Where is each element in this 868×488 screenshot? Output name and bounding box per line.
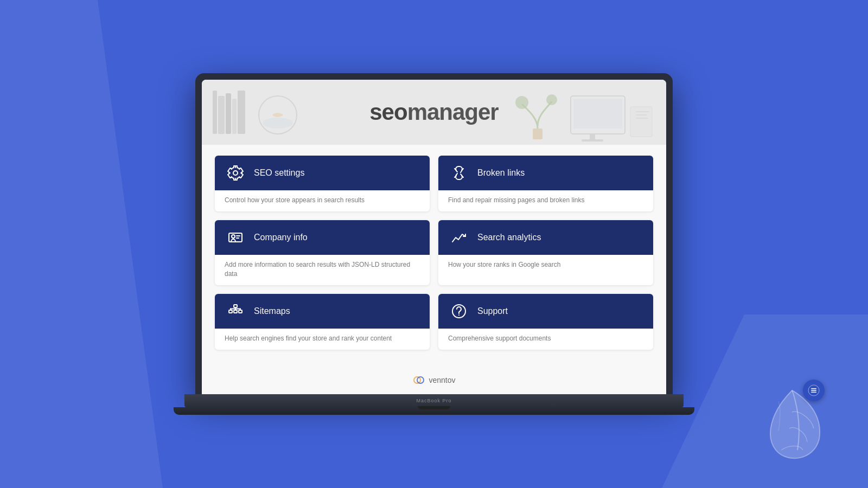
card-seo-settings[interactable]: SEO settings Control how your store appe… <box>215 156 430 211</box>
card-body-company-info: Add more information to search results w… <box>215 255 430 285</box>
list-icon <box>808 384 820 396</box>
card-body-broken-links: Find and repair missing pages and broken… <box>438 190 653 211</box>
svg-rect-3 <box>232 99 237 134</box>
question-icon <box>448 300 470 322</box>
svg-rect-2 <box>226 93 231 134</box>
card-title-support: Support <box>477 306 508 316</box>
svg-point-24 <box>232 235 235 238</box>
laptop-base: MacBook Pro <box>184 394 684 407</box>
card-search-analytics[interactable]: Search analytics How your store ranks in… <box>438 220 653 285</box>
app-title: seomanager <box>369 99 498 125</box>
card-body-sitemaps: Help search engines find your store and … <box>215 329 430 350</box>
link-broken-icon <box>448 162 470 184</box>
card-support[interactable]: Support Comprehensive support documents <box>438 294 653 350</box>
card-desc-company-info: Add more information to search results w… <box>225 260 420 279</box>
svg-rect-43 <box>811 390 816 391</box>
svg-rect-9 <box>590 134 595 139</box>
sitemap-icon <box>225 300 246 322</box>
floating-action-button[interactable] <box>803 380 825 401</box>
svg-rect-1 <box>218 96 225 134</box>
card-desc-broken-links: Find and repair missing pages and broken… <box>448 196 643 205</box>
svg-point-18 <box>233 171 238 175</box>
card-broken-links[interactable]: Broken links Find and repair missing pag… <box>438 156 653 211</box>
svg-point-17 <box>546 94 557 105</box>
svg-rect-8 <box>573 99 622 129</box>
card-title-company-info: Company info <box>254 233 308 242</box>
venntov-logo-icon <box>412 374 425 387</box>
brand-name: venntov <box>429 376 455 384</box>
laptop-screen: seomanager <box>202 80 666 394</box>
card-header-seo-settings: SEO settings <box>215 156 430 190</box>
brand-logo: venntov <box>412 374 455 387</box>
svg-rect-4 <box>238 91 245 134</box>
laptop-model-label: MacBook Pro <box>416 398 451 403</box>
app-footer: venntov <box>202 366 666 394</box>
card-header-search-analytics: Search analytics <box>438 220 653 255</box>
card-desc-sitemaps: Help search engines find your store and … <box>225 334 420 343</box>
svg-rect-10 <box>582 139 603 142</box>
card-desc-seo-settings: Control how your store appears in search… <box>225 196 420 205</box>
card-desc-search-analytics: How your store ranks in Google search <box>448 260 643 269</box>
app-content: SEO settings Control how your store appe… <box>202 145 666 365</box>
svg-rect-42 <box>811 388 816 389</box>
card-sitemaps[interactable]: Sitemaps Help search engines find your s… <box>215 294 430 350</box>
card-header-support: Support <box>438 294 653 329</box>
card-company-info[interactable]: Company info Add more information to sea… <box>215 220 430 285</box>
card-header-company-info: Company info <box>215 220 430 255</box>
svg-point-6 <box>263 118 293 129</box>
svg-rect-12 <box>636 111 649 112</box>
svg-point-16 <box>515 96 528 109</box>
laptop-screen-bezel: seomanager <box>195 73 673 394</box>
svg-rect-44 <box>811 392 816 393</box>
card-title-broken-links: Broken links <box>477 168 525 178</box>
svg-rect-14 <box>636 118 648 119</box>
app-header: seomanager <box>202 80 666 145</box>
chart-trending-icon <box>448 227 470 248</box>
cards-grid: SEO settings Control how your store appe… <box>215 156 653 349</box>
card-title-seo-settings: SEO settings <box>254 168 304 178</box>
svg-rect-0 <box>213 91 217 134</box>
svg-rect-13 <box>636 114 647 115</box>
gear-icon <box>225 162 246 184</box>
svg-rect-15 <box>533 129 542 139</box>
card-body-seo-settings: Control how your store appears in search… <box>215 190 430 211</box>
card-header-sitemaps: Sitemaps <box>215 294 430 329</box>
card-desc-support: Comprehensive support documents <box>448 334 643 343</box>
id-card-icon <box>225 227 246 248</box>
card-title-sitemaps: Sitemaps <box>254 306 290 316</box>
laptop-device: seomanager <box>184 73 684 414</box>
card-body-search-analytics: How your store ranks in Google search <box>438 255 653 276</box>
laptop-notch <box>418 406 450 409</box>
svg-point-38 <box>458 314 459 316</box>
background-shape-left <box>0 0 163 488</box>
card-body-support: Comprehensive support documents <box>438 329 653 350</box>
card-header-broken-links: Broken links <box>438 156 653 190</box>
card-title-search-analytics: Search analytics <box>477 233 541 242</box>
